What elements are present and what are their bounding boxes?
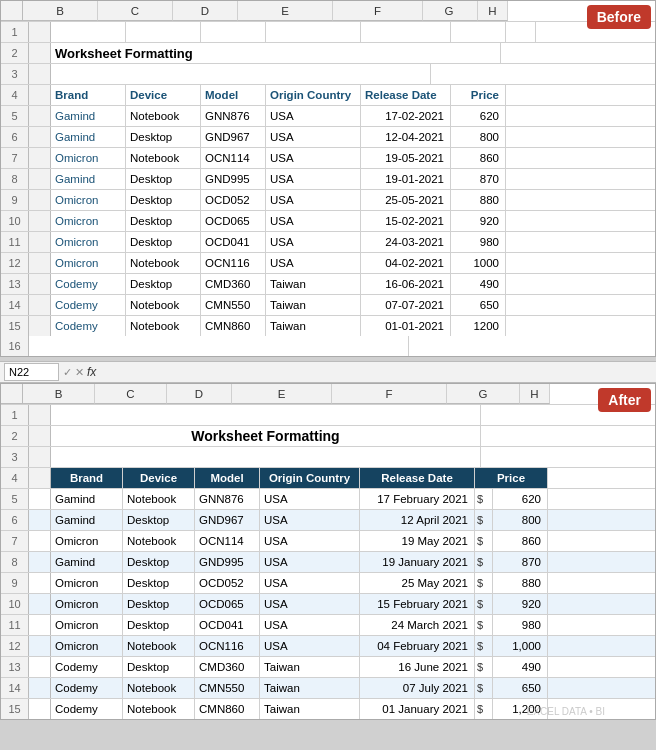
device-8: Desktop <box>126 169 201 189</box>
after-device-12: Notebook <box>123 636 195 656</box>
after-price-5: 620 <box>493 489 548 509</box>
after-model-8: GND995 <box>195 552 260 572</box>
after-col-b-header: B <box>23 384 95 404</box>
after-price-6: 800 <box>493 510 548 530</box>
before-row-14: 14 Codemy Notebook CMN550 Taiwan 07-07-2… <box>1 295 655 316</box>
after-price-10: 920 <box>493 594 548 614</box>
after-col-f-header: F <box>332 384 447 404</box>
row-num-11: 11 <box>1 232 29 252</box>
after-row-num-6: 6 <box>1 510 29 530</box>
device-10: Desktop <box>126 211 201 231</box>
after-date-9: 25 May 2021 <box>360 573 475 593</box>
after-model-7: OCN114 <box>195 531 260 551</box>
row-num-5: 5 <box>1 106 29 126</box>
date-12: 04-02-2021 <box>361 253 451 273</box>
after-model-6: GND967 <box>195 510 260 530</box>
after-row-num-9: 9 <box>1 573 29 593</box>
country-7: USA <box>266 148 361 168</box>
col-g-header: G <box>423 1 478 21</box>
after-price-12: 1,000 <box>493 636 548 656</box>
dollar-6: $ <box>475 510 493 530</box>
before-row-7: 7 Omicron Notebook OCN114 USA 19-05-2021… <box>1 148 655 169</box>
price-12: 1000 <box>451 253 506 273</box>
row-3: 3 <box>1 64 655 85</box>
after-row-8: 8 Gamind Desktop GND995 USA 19 January 2… <box>1 552 655 573</box>
country-13: Taiwan <box>266 274 361 294</box>
after-row-1: 1 <box>1 405 655 426</box>
after-title-row: 2 Worksheet Formatting <box>1 426 655 447</box>
after-price-7: 860 <box>493 531 548 551</box>
before-row-11: 11 Omicron Desktop OCD041 USA 24-03-2021… <box>1 232 655 253</box>
after-brand-6: Gamind <box>51 510 123 530</box>
row-num-4: 4 <box>1 85 29 105</box>
after-row-num-7: 7 <box>1 531 29 551</box>
price-11: 980 <box>451 232 506 252</box>
after-brand-11: Omicron <box>51 615 123 635</box>
header-price: Price <box>451 85 506 105</box>
dollar-14: $ <box>475 678 493 698</box>
model-14: CMN550 <box>201 295 266 315</box>
after-model-15: CMN860 <box>195 699 260 719</box>
r2-a <box>29 43 51 63</box>
device-5: Notebook <box>126 106 201 126</box>
before-title-row: 2 Worksheet Formatting <box>1 43 655 64</box>
after-row-num-5: 5 <box>1 489 29 509</box>
header-device: Device <box>126 85 201 105</box>
dollar-7: $ <box>475 531 493 551</box>
row-num-15: 15 <box>1 316 29 336</box>
brand-14: Codemy <box>51 295 126 315</box>
after-row-num-2: 2 <box>1 426 29 446</box>
price-13: 490 <box>451 274 506 294</box>
country-15: Taiwan <box>266 316 361 336</box>
device-7: Notebook <box>126 148 201 168</box>
r1-f <box>361 22 451 42</box>
after-date-15: 01 January 2021 <box>360 699 475 719</box>
r1-d <box>201 22 266 42</box>
model-12: OCN116 <box>201 253 266 273</box>
after-header-price: Price <box>475 468 548 488</box>
price-6: 800 <box>451 127 506 147</box>
after-price-14: 650 <box>493 678 548 698</box>
after-col-header-row: B C D E F G H <box>1 384 655 405</box>
date-7: 19-05-2021 <box>361 148 451 168</box>
formula-icons: ✓ ✕ fx <box>63 365 96 379</box>
before-row-12: 12 Omicron Notebook OCN116 USA 04-02-202… <box>1 253 655 274</box>
model-5: GNN876 <box>201 106 266 126</box>
watermark: EXCEL DATA • BI <box>527 706 605 717</box>
after-date-6: 12 April 2021 <box>360 510 475 530</box>
name-box[interactable]: N22 <box>4 363 59 381</box>
after-date-13: 16 June 2021 <box>360 657 475 677</box>
header-date: Release Date <box>361 85 451 105</box>
after-section: After B C D E F G H 1 2 Worksheet Format… <box>0 383 656 720</box>
after-brand-10: Omicron <box>51 594 123 614</box>
cross-icon: ✕ <box>75 366 84 379</box>
row-num-1: 1 <box>1 22 29 42</box>
after-brand-13: Codemy <box>51 657 123 677</box>
r1-c <box>126 22 201 42</box>
model-9: OCD052 <box>201 190 266 210</box>
before-header-row: 4 Brand Device Model Origin Country Rele… <box>1 85 655 106</box>
after-device-10: Desktop <box>123 594 195 614</box>
after-brand-14: Codemy <box>51 678 123 698</box>
brand-10: Omicron <box>51 211 126 231</box>
after-row-13: 13 Codemy Desktop CMD360 Taiwan 16 June … <box>1 657 655 678</box>
date-8: 19-01-2021 <box>361 169 451 189</box>
row-num-3: 3 <box>1 64 29 84</box>
date-11: 24-03-2021 <box>361 232 451 252</box>
country-6: USA <box>266 127 361 147</box>
row-num-9: 9 <box>1 190 29 210</box>
model-10: OCD065 <box>201 211 266 231</box>
country-14: Taiwan <box>266 295 361 315</box>
col-b-header: B <box>23 1 98 21</box>
after-country-9: USA <box>260 573 360 593</box>
r1-a <box>29 22 51 42</box>
dollar-11: $ <box>475 615 493 635</box>
after-price-13: 490 <box>493 657 548 677</box>
after-brand-12: Omicron <box>51 636 123 656</box>
before-row-6: 6 Gamind Desktop GND967 USA 12-04-2021 8… <box>1 127 655 148</box>
after-price-11: 980 <box>493 615 548 635</box>
after-row-9: 9 Omicron Desktop OCD052 USA 25 May 2021… <box>1 573 655 594</box>
before-data-rows: 5 Gamind Notebook GNN876 USA 17-02-2021 … <box>1 106 655 336</box>
after-row-3: 3 <box>1 447 655 468</box>
after-badge: After <box>598 388 651 412</box>
